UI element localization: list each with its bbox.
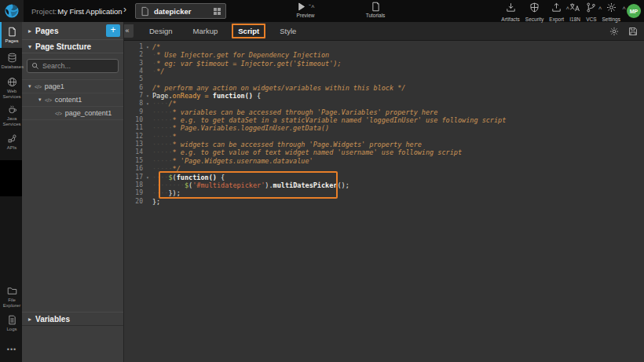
fold-gutter: [143, 75, 152, 83]
page-switcher-grid-icon[interactable]: [214, 8, 221, 15]
line-number: 20: [124, 198, 143, 206]
tree-expand-icon[interactable]: ▾: [28, 83, 35, 90]
fold-arrow-icon[interactable]: ▾: [143, 43, 152, 51]
tutorials-icon: [371, 2, 381, 12]
tutorials-button[interactable]: Tutorials: [360, 2, 391, 18]
page-tab-label: datepicker: [154, 7, 209, 16]
export-button[interactable]: Export˄: [549, 2, 564, 22]
user-avatar[interactable]: MP: [627, 4, 641, 18]
rail-item-more[interactable]: •••: [0, 336, 22, 362]
rail-item-web-services[interactable]: Web Services: [0, 74, 22, 101]
line-number: 10: [124, 116, 143, 124]
tree-expand-icon[interactable]: ▾: [38, 97, 45, 103]
artifacts-label: Artifacts: [501, 16, 519, 22]
rail-item-apis[interactable]: APIs: [0, 129, 22, 155]
tab-design[interactable]: Design: [143, 24, 179, 38]
tree-node-label: page_content1: [65, 109, 112, 117]
search-box[interactable]: [27, 59, 119, 73]
line-number: 14: [124, 148, 143, 156]
pages-panel: ▸ Pages + ▾ Page Structure ▾</>page1▾</>…: [22, 22, 124, 362]
rail-item-databases[interactable]: Databases: [0, 48, 22, 74]
app-logo-icon[interactable]: [0, 0, 24, 22]
script-code-editor[interactable]: 1▾/*2·* Use Injector.get for Dependency …: [124, 41, 644, 362]
line-number: 17: [124, 174, 143, 181]
tree-node-content1[interactable]: ▾</>content1: [22, 93, 123, 107]
line-number: 4: [124, 68, 143, 75]
preview-caret-icon[interactable]: ˘︎˄: [309, 4, 314, 10]
variables-arrow-icon[interactable]: ▸: [28, 316, 31, 323]
code-line-10: 10·····* e.g. to get dataSet in a static…: [124, 116, 644, 124]
page-tab-datepicker[interactable]: datepicker: [135, 3, 226, 19]
pages-panel-title: Pages: [35, 27, 106, 35]
security-label: Security: [525, 16, 543, 22]
fold-arrow-icon[interactable]: ▾: [143, 100, 152, 108]
code-line-19: 19····});: [124, 189, 644, 197]
preview-button[interactable]: ˘︎˄ Preview: [287, 2, 324, 18]
project-label: Project:: [31, 7, 57, 16]
code-line-18: 18········$('#multidatepicker').multiDat…: [124, 181, 644, 189]
page-structure-title: Page Structure: [35, 42, 91, 51]
save-icon[interactable]: [628, 27, 638, 36]
rail-dark-region: [0, 160, 22, 196]
artifacts-button[interactable]: Artifacts: [501, 2, 519, 22]
fold-gutter: [143, 68, 152, 75]
tab-style[interactable]: Style: [273, 24, 302, 38]
fold-gutter: [143, 141, 152, 148]
vcs-button[interactable]: VCS˄: [586, 2, 596, 22]
fold-gutter: [143, 189, 152, 197]
page-structure-arrow-icon[interactable]: ▾: [28, 43, 31, 50]
code-line-1: 1▾/*: [124, 43, 644, 51]
logs-icon: [7, 315, 17, 325]
rail-spacer: [0, 196, 22, 283]
rail-item-pages[interactable]: Pages: [0, 22, 22, 48]
panel-footer-space: [22, 326, 123, 362]
variables-section-header[interactable]: ▸ Variables: [22, 312, 123, 326]
security-button[interactable]: Security: [525, 2, 543, 22]
fold-gutter: [143, 108, 152, 116]
code-line-9: 9·····* variables can be accessed throug…: [124, 108, 644, 116]
tree-node-label: page1: [45, 82, 64, 90]
pages-collapse-arrow-icon[interactable]: ▸: [28, 27, 31, 35]
page-structure-header[interactable]: ▾ Page Structure: [22, 39, 123, 53]
add-page-button[interactable]: +: [106, 24, 120, 37]
apis-icon: [7, 133, 17, 144]
web-services-icon: [7, 77, 17, 87]
fold-gutter: [143, 60, 152, 68]
tree-node-page1[interactable]: ▾</>page1: [22, 80, 123, 93]
line-number: 3: [124, 60, 143, 68]
search-input[interactable]: [42, 62, 113, 70]
pages-panel-header[interactable]: ▸ Pages +: [22, 22, 123, 39]
project-name: My First Application: [57, 7, 122, 16]
breadcrumb-chevron-icon: ›: [123, 4, 126, 15]
tab-markup[interactable]: Markup: [187, 24, 225, 38]
variables-title: Variables: [35, 315, 70, 324]
rail-item-file-explorer[interactable]: File Explorer: [0, 283, 22, 310]
code-line-12: 12·····*: [124, 133, 644, 141]
rail-item-logs[interactable]: Logs: [0, 310, 22, 336]
settings-button[interactable]: Settings˄: [602, 2, 621, 22]
main-area: « DesignMarkupScriptStyle 1▾/*2·: [124, 22, 644, 362]
fold-arrow-icon[interactable]: ▾: [143, 92, 152, 100]
vcs-icon: [586, 2, 596, 16]
widget-tree: ▾</>page1▾</>content1</>page_content1: [22, 80, 123, 312]
vcs-label: VCS: [586, 16, 596, 22]
line-number: 18: [124, 181, 143, 189]
tab-script[interactable]: Script: [232, 24, 265, 38]
i18n-button[interactable]: I18N: [569, 2, 580, 22]
more-icon: •••: [7, 346, 16, 353]
editor-settings-gear-icon[interactable]: [609, 27, 619, 36]
code-line-16: 16·····*/: [124, 165, 644, 173]
fold-gutter: [143, 116, 152, 124]
database-icon: [7, 53, 17, 63]
settings-caret-icon[interactable]: ˄: [622, 5, 626, 12]
rail-label: Java Services: [2, 116, 23, 126]
editor-tabbar: « DesignMarkupScriptStyle: [124, 22, 644, 41]
rail-item-java-services[interactable]: Java Services: [0, 101, 22, 129]
line-number: 9: [124, 108, 143, 116]
fold-arrow-icon[interactable]: ▾: [143, 174, 152, 181]
export-label: Export: [549, 16, 564, 22]
java-services-icon: [7, 104, 17, 115]
fold-gutter: [143, 51, 152, 59]
tree-node-page_content1[interactable]: </>page_content1: [22, 107, 123, 120]
rail-label: Databases: [2, 64, 23, 70]
